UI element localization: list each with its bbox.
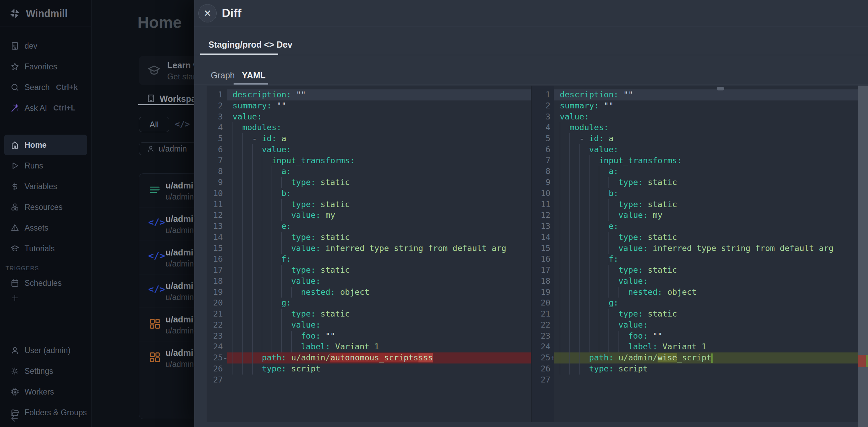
indent-guide xyxy=(242,199,252,210)
indent-guide xyxy=(272,298,281,309)
indent-guide xyxy=(262,177,272,188)
indent-guide xyxy=(262,341,272,352)
indent-guide xyxy=(272,309,281,320)
code-line: 27 xyxy=(532,375,868,386)
code-line: 24label: Variant 1 xyxy=(207,341,531,352)
sidebar-top-group: devFavoritesSearchCtrl+kAsk AICtrl+L xyxy=(0,36,91,118)
tab-staging-prod-dev[interactable]: Staging/prod <> Dev xyxy=(208,40,292,50)
line-number: 18 xyxy=(532,276,550,287)
token-s: my xyxy=(326,210,335,220)
sidebar-item-runs[interactable]: Runs xyxy=(4,155,87,176)
indent-guide xyxy=(560,221,569,232)
line-content: e: xyxy=(227,221,531,232)
sidebar-item-favorites[interactable]: Favorites xyxy=(4,56,87,77)
token-c: : xyxy=(267,101,276,110)
indent-guide xyxy=(252,177,262,188)
line-number: 5 xyxy=(532,133,550,144)
collapse-sidebar-button[interactable] xyxy=(10,414,20,424)
indent-guide xyxy=(281,287,291,298)
token-c: : xyxy=(311,200,320,209)
line-number: 19 xyxy=(207,287,223,298)
line-content: value: xyxy=(554,111,858,123)
line-content: g: xyxy=(227,298,531,309)
sidebar-item-user-admin[interactable]: User (admin) xyxy=(4,340,87,361)
scrollbar-thumb-left-pane[interactable] xyxy=(717,87,724,90)
token-k: input_transforms xyxy=(599,156,677,165)
indent-guide xyxy=(252,254,262,265)
line-number: 7 xyxy=(532,155,550,166)
line-content: - id: a xyxy=(554,133,858,144)
sidebar-item-variables[interactable]: Variables xyxy=(4,176,87,197)
indent-guide xyxy=(252,232,262,243)
line-number: 22 xyxy=(532,320,550,331)
sidebar-item-tutorials[interactable]: Tutorials xyxy=(4,238,87,259)
token-k: input_transforms xyxy=(272,156,350,165)
code-line: 14type: static xyxy=(532,232,868,243)
indent-guide xyxy=(560,287,569,298)
token-c: : xyxy=(614,145,619,154)
indent-guide xyxy=(569,265,579,276)
line-content: b: xyxy=(227,188,531,199)
indent-guide xyxy=(569,232,579,243)
line-number: 12 xyxy=(207,210,223,221)
token-k: b xyxy=(608,188,613,198)
brand-name: Windmill xyxy=(26,8,68,19)
token-k: value xyxy=(233,112,257,122)
token-k: value xyxy=(619,276,643,286)
sidebar-item-label: Tutorials xyxy=(25,244,55,253)
filter-all-button[interactable]: All xyxy=(139,117,169,132)
indent-guide xyxy=(272,341,281,352)
line-content: nested: object xyxy=(227,287,531,298)
line-number: 2 xyxy=(207,100,223,111)
sidebar-item-schedules[interactable]: Schedules xyxy=(4,273,87,293)
close-button[interactable]: ✕ xyxy=(198,4,217,22)
indent-guide xyxy=(589,254,599,265)
indent-guide xyxy=(252,155,262,166)
token-s: Variant 1 xyxy=(335,342,379,351)
indent-guide xyxy=(233,265,242,276)
sidebar-item-dev[interactable]: dev xyxy=(4,36,87,56)
overview-ruler-scrollbar[interactable] xyxy=(858,86,868,427)
indent-guide xyxy=(560,199,569,210)
indent-guide xyxy=(262,210,272,221)
indent-guide xyxy=(608,265,618,276)
indent-guide xyxy=(589,199,599,210)
sidebar-item-resources[interactable]: Resources xyxy=(4,197,87,217)
tab-graph[interactable]: Graph xyxy=(211,70,235,80)
indent-guide xyxy=(233,133,242,144)
tab-yaml[interactable]: YAML xyxy=(242,70,266,80)
code-rows-original: 1description: ""2summary: ""3value:4modu… xyxy=(207,89,531,385)
line-number: 6 xyxy=(207,144,223,155)
brand[interactable]: Windmill xyxy=(0,0,91,27)
line-number: 17 xyxy=(207,265,223,276)
token-m1: autonomous_scripts xyxy=(330,353,418,362)
token-s: static xyxy=(321,265,350,275)
sidebar-item-assets[interactable]: Assets xyxy=(4,217,87,238)
token-k: e xyxy=(281,221,286,231)
sidebar-item-ask-ai[interactable]: Ask AICtrl+L xyxy=(4,98,87,118)
diff-pane-original[interactable]: 1description: ""2summary: ""3value:4modu… xyxy=(207,86,531,422)
sidebar-item-settings[interactable]: Settings xyxy=(4,361,87,381)
line-content: e: xyxy=(554,221,858,232)
token-c: : xyxy=(638,200,648,209)
token-k: a xyxy=(608,166,613,176)
indent-guide xyxy=(589,166,599,177)
line-number: 18 xyxy=(207,276,223,287)
token-s: _script xyxy=(677,353,711,362)
sidebar-item-home[interactable]: Home xyxy=(4,135,87,155)
indent-guide xyxy=(569,144,579,155)
indent-guide xyxy=(262,309,272,320)
line-content: g: xyxy=(554,298,858,309)
indent-guide xyxy=(589,287,599,298)
code-line: 10b: xyxy=(207,188,531,199)
add-trigger-button[interactable] xyxy=(10,293,24,307)
indent-guide xyxy=(560,341,569,352)
sidebar-item-workers[interactable]: Workers xyxy=(4,381,87,402)
token-s: static xyxy=(321,232,350,242)
diff-pane-modified[interactable]: 1description: ""2summary: ""3value:4modu… xyxy=(532,86,868,422)
line-number: 20 xyxy=(532,298,550,309)
workspace-tab-underline xyxy=(138,104,200,105)
indent-guide xyxy=(599,210,608,221)
token-k: g xyxy=(608,298,613,308)
sidebar-item-search[interactable]: SearchCtrl+k xyxy=(4,77,87,98)
